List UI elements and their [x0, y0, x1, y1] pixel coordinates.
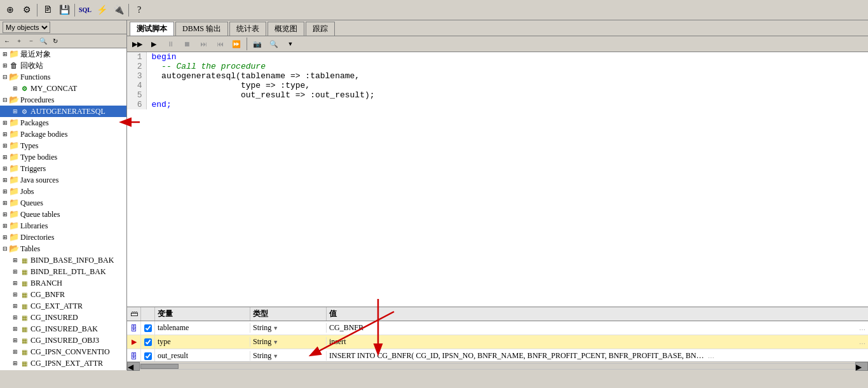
- step-over-btn[interactable]: ⏮: [212, 36, 227, 52]
- var-row-type[interactable]: ▶ type String ▼ insert …: [127, 335, 868, 349]
- scroll-left-btn[interactable]: ◀: [127, 362, 140, 371]
- objects-dropdown[interactable]: My objects: [3, 22, 50, 33]
- line-content-6[interactable]: end;: [146, 100, 868, 109]
- expander-cg-insured-obj3[interactable]: ⊞: [11, 336, 19, 344]
- expander-recycle[interactable]: ⊞: [1, 62, 9, 69]
- var-value-type[interactable]: insert: [327, 337, 859, 347]
- expander-cg-ext-attr[interactable]: ⊞: [11, 302, 19, 310]
- var-checkbox-out-result[interactable]: [144, 352, 152, 360]
- expander-bind-base[interactable]: ⊞: [11, 256, 19, 264]
- var-row-tablename[interactable]: 🗄 tablename String ▼ CG_BNFR …: [127, 321, 868, 335]
- expander-type-bodies[interactable]: ⊞: [1, 153, 9, 161]
- tab-trace[interactable]: 跟踪: [306, 22, 335, 36]
- tree-item-recycle[interactable]: ⊞ 🗑 回收站: [0, 60, 126, 71]
- tree-item-cg-insured-bak[interactable]: ⊞ ▦ CG_INSURED_BAK: [0, 323, 126, 335]
- expander-autogeneratesql[interactable]: ⊞: [11, 107, 19, 115]
- del-obj-btn[interactable]: −: [25, 36, 37, 47]
- tree-item-queues[interactable]: ⊞ 📁 Queues: [0, 197, 126, 209]
- expander-libraries[interactable]: ⊞: [1, 222, 9, 230]
- line-content-5[interactable]: out_result => :out_result);: [146, 90, 868, 100]
- expander-cg-insured[interactable]: ⊞: [11, 314, 19, 321]
- tab-test-script[interactable]: 测试脚本: [130, 22, 174, 36]
- tree-item-tables[interactable]: ⊟ 📂 Tables: [0, 243, 126, 254]
- tree-item-cg-ipsn-conventio[interactable]: ⊞ ▦ CG_IPSN_CONVENTIO: [0, 346, 126, 357]
- expander-cg-insured-bak[interactable]: ⊞: [11, 325, 19, 333]
- search-editor-btn[interactable]: 🔍: [266, 36, 281, 52]
- var-check-tablename[interactable]: [141, 321, 155, 335]
- tree-item-procedures[interactable]: ⊟ 📂 Procedures: [0, 94, 126, 106]
- search-dropdown-btn[interactable]: ▼: [283, 36, 298, 52]
- tree-item-type-bodies[interactable]: ⊞ 📁 Type bodies: [0, 151, 126, 163]
- expander-recent[interactable]: ⊞: [1, 50, 9, 58]
- step-into-btn[interactable]: ⏭: [196, 36, 211, 52]
- line-content-3[interactable]: autogeneratesql(tablename => :tablename,: [146, 71, 868, 81]
- tree-item-packages[interactable]: ⊞ 📁 Packages: [0, 117, 126, 128]
- connect-btn[interactable]: 🔌: [111, 3, 126, 18]
- var-value-tablename[interactable]: CG_BNFR: [327, 323, 859, 333]
- bottom-scrollbar[interactable]: ◀ ▶: [127, 361, 868, 370]
- search-obj-btn[interactable]: 🔍: [37, 36, 49, 47]
- tree-item-my-concat[interactable]: ⊞ ⚙ MY_CONCAT: [0, 83, 126, 94]
- tree-item-bind-rel[interactable]: ⊞ ▦ BIND_REL_DTL_BAK: [0, 266, 126, 277]
- expander-queue-tables[interactable]: ⊞: [1, 211, 9, 218]
- expander-jobs[interactable]: ⊞: [1, 188, 9, 195]
- pause-btn[interactable]: ⏸: [163, 36, 178, 52]
- back-btn[interactable]: ←: [1, 36, 13, 47]
- type-dropdown-type[interactable]: ▼: [273, 339, 278, 345]
- tree-item-cg-ipsn-pay-def[interactable]: ⊞ ▦ CG_IPSN_PAY_DEF: [0, 369, 126, 370]
- var-check-type[interactable]: [141, 335, 155, 349]
- tree-item-branch[interactable]: ⊞ ▦ BRANCH: [0, 277, 126, 289]
- expander-procedures[interactable]: ⊟: [1, 96, 9, 104]
- tree-item-functions[interactable]: ⊟ 📂 Functions: [0, 71, 126, 83]
- tree-item-autogeneratesql[interactable]: ⊞ ⚙ AUTOGENERATESQL: [0, 106, 126, 117]
- variables-body[interactable]: 🗄 tablename String ▼ CG_BNFR …: [127, 321, 868, 361]
- expander-cg-ipsn-ext-attr[interactable]: ⊞: [11, 359, 19, 367]
- settings-btn[interactable]: ⚙: [19, 3, 34, 18]
- expander-packages[interactable]: ⊞: [1, 119, 9, 127]
- tree-container[interactable]: ⊞ 📁 最近对象 ⊞ 🗑 回收站 ⊟ 📂 Functions ⊞ ⚙ MY_CO…: [0, 48, 126, 370]
- tree-item-cg-ipsn-ext-attr[interactable]: ⊞ ▦ CG_IPSN_EXT_ATTR: [0, 357, 126, 369]
- expander-functions[interactable]: ⊟: [1, 73, 9, 81]
- tab-stats[interactable]: 统计表: [229, 22, 266, 36]
- line-content-1[interactable]: begin: [146, 52, 868, 62]
- tree-item-cg-ext-attr[interactable]: ⊞ ▦ CG_EXT_ATTR: [0, 300, 126, 312]
- var-checkbox-tablename[interactable]: [144, 324, 152, 332]
- expander-my-concat[interactable]: ⊞: [11, 85, 19, 92]
- type-dropdown-tablename[interactable]: ▼: [273, 325, 278, 331]
- sql-btn[interactable]: SQL: [78, 3, 93, 18]
- line-content-2[interactable]: -- Call the procedure: [146, 62, 868, 71]
- expander-cg-ipsn-conventio[interactable]: ⊞: [11, 348, 19, 356]
- scroll-thumb[interactable]: [140, 364, 179, 369]
- tree-item-libraries[interactable]: ⊞ 📁 Libraries: [0, 220, 126, 232]
- tree-item-recent[interactable]: ⊞ 📁 最近对象: [0, 48, 126, 60]
- snapshot-btn[interactable]: 📷: [250, 36, 265, 52]
- expander-branch[interactable]: ⊞: [11, 279, 19, 287]
- tree-item-cg-bnfr[interactable]: ⊞ ▦ CG_BNFR: [0, 289, 126, 300]
- var-checkbox-type[interactable]: [144, 338, 152, 346]
- tree-item-bind-base[interactable]: ⊞ ▦ BIND_BASE_INFO_BAK: [0, 254, 126, 266]
- tree-item-jobs[interactable]: ⊞ 📁 Jobs: [0, 186, 126, 197]
- scroll-track[interactable]: [140, 363, 855, 370]
- print-btn[interactable]: 🖹: [40, 3, 55, 18]
- help-btn[interactable]: ?: [132, 3, 147, 18]
- expander-tables[interactable]: ⊟: [1, 245, 9, 253]
- step-out-btn[interactable]: ⏩: [229, 36, 244, 52]
- tree-item-cg-insured[interactable]: ⊞ ▦ CG_INSURED: [0, 312, 126, 323]
- tab-overview[interactable]: 概览图: [268, 22, 304, 36]
- line-content-4[interactable]: type => :type,: [146, 81, 868, 90]
- expander-types[interactable]: ⊞: [1, 142, 9, 149]
- expander-queues[interactable]: ⊞: [1, 199, 9, 207]
- code-editor[interactable]: 1 begin 2 -- Call the procedure 3 autoge…: [127, 52, 868, 307]
- run-script-btn[interactable]: ▶▶: [130, 36, 145, 52]
- type-dropdown-out-result[interactable]: ▼: [273, 353, 278, 359]
- tree-item-java-sources[interactable]: ⊞ 📁 Java sources: [0, 174, 126, 186]
- expander-bind-rel[interactable]: ⊞: [11, 268, 19, 275]
- stop-btn[interactable]: ⏹: [179, 36, 194, 52]
- expander-cg-bnfr[interactable]: ⊞: [11, 291, 19, 298]
- tree-item-queue-tables[interactable]: ⊞ 📁 Queue tables: [0, 209, 126, 220]
- save-btn[interactable]: 💾: [57, 3, 72, 18]
- tree-item-triggers[interactable]: ⊞ 📁 Triggers: [0, 163, 126, 174]
- tree-item-cg-insured-obj3[interactable]: ⊞ ▦ CG_INSURED_OBJ3: [0, 335, 126, 346]
- new-btn[interactable]: ⊕: [3, 3, 18, 18]
- expander-directories[interactable]: ⊞: [1, 233, 9, 241]
